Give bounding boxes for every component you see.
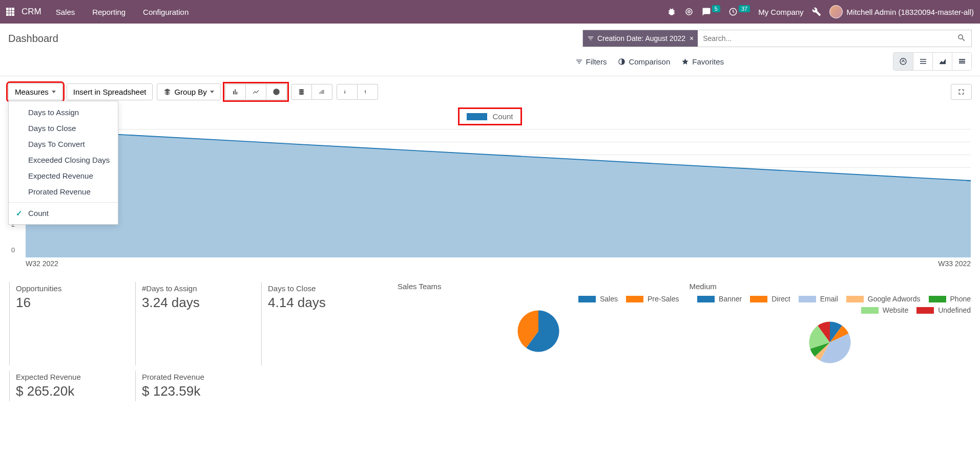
legend-item[interactable]: Google Adwords xyxy=(846,295,921,303)
measure-item[interactable]: Days to Assign xyxy=(9,104,118,120)
check-icon: ✓ xyxy=(16,209,23,218)
search-icon[interactable] xyxy=(952,33,971,44)
view-pivot-button[interactable] xyxy=(952,53,971,70)
kpi-row: Opportunities 16 #Days to Assign 3.24 da… xyxy=(0,277,980,371)
messages-badge: 5 xyxy=(712,5,720,12)
svg-point-0 xyxy=(686,9,692,15)
chart-canvas[interactable]: 02 xyxy=(26,129,971,257)
control-panel: Dashboard Creation Date: August 2022 × F… xyxy=(0,24,980,76)
filters-button[interactable]: Filters xyxy=(575,57,607,66)
chart-legend[interactable]: Count xyxy=(458,107,522,125)
main-menu: Sales Reporting Configuration xyxy=(56,8,204,16)
activities-icon[interactable]: 37 xyxy=(728,7,750,16)
legend-label: Website xyxy=(883,306,908,314)
stacked-button[interactable] xyxy=(291,84,312,100)
chart-options-group xyxy=(291,84,332,100)
kpi-days-assign[interactable]: #Days to Assign 3.24 days xyxy=(135,282,261,365)
measure-item-count[interactable]: ✓Count xyxy=(9,205,118,221)
caret-down-icon xyxy=(210,91,214,93)
legend-swatch xyxy=(697,296,715,302)
legend-item[interactable]: Website xyxy=(861,306,908,314)
brand[interactable]: CRM xyxy=(22,7,41,17)
menu-configuration[interactable]: Configuration xyxy=(143,8,189,16)
group-by-button[interactable]: Group By xyxy=(157,83,220,100)
avatar xyxy=(829,5,843,18)
x-tick-label: W33 2022 xyxy=(938,259,971,268)
legend-swatch xyxy=(467,113,487,120)
filter-icon xyxy=(587,35,594,42)
legend-swatch xyxy=(916,307,934,314)
legend-swatch xyxy=(929,296,946,302)
kpi-row-2: Expected Revenue $ 265.20k Prorated Reve… xyxy=(0,371,980,410)
measure-item[interactable]: Days To Convert xyxy=(9,136,118,152)
legend-item[interactable]: Undefined xyxy=(916,306,971,314)
view-switcher xyxy=(893,52,972,71)
measure-item[interactable]: Exceeded Closing Days xyxy=(9,152,118,168)
legend-label: Pre-Sales xyxy=(648,295,679,303)
pie-chart[interactable] xyxy=(791,319,868,365)
measure-item[interactable]: Days to Close xyxy=(9,120,118,136)
apps-icon[interactable] xyxy=(6,8,14,16)
svg-point-1 xyxy=(688,11,691,13)
menu-sales[interactable]: Sales xyxy=(56,8,75,16)
tools-icon[interactable] xyxy=(812,7,821,16)
legend-item[interactable]: Direct xyxy=(750,295,790,303)
remove-filter-icon[interactable]: × xyxy=(690,34,694,42)
legend-item[interactable]: Email xyxy=(799,295,838,303)
bar-chart-button[interactable] xyxy=(225,84,246,100)
debug-icon[interactable] xyxy=(667,7,676,16)
measures-button[interactable]: Measures xyxy=(8,83,62,100)
search-box: Creation Date: August 2022 × xyxy=(582,30,972,47)
pie-chart-button[interactable] xyxy=(266,84,287,100)
legend-item[interactable]: Phone xyxy=(929,295,971,303)
comparison-button[interactable]: Comparison xyxy=(618,57,670,66)
line-chart-button[interactable] xyxy=(246,84,266,100)
view-graph-button[interactable] xyxy=(932,53,952,70)
support-icon[interactable] xyxy=(684,7,694,16)
measure-item[interactable]: Expected Revenue xyxy=(9,168,118,184)
user-menu[interactable]: Mitchell Admin (18320094-master-all) xyxy=(829,5,974,18)
svg-point-5 xyxy=(299,89,304,91)
view-list-button[interactable] xyxy=(913,53,932,70)
messages-icon[interactable]: 5 xyxy=(702,7,720,16)
legend-swatch xyxy=(626,296,643,302)
legend-label: Sales xyxy=(600,295,618,303)
user-name: Mitchell Admin (18320094-master-all) xyxy=(847,8,974,16)
chart-type-group xyxy=(225,84,287,100)
company-switcher[interactable]: My Company xyxy=(758,8,803,16)
legend-item[interactable]: Pre-Sales xyxy=(626,295,679,303)
sort-group xyxy=(337,84,378,100)
measure-item[interactable]: Prorated Revenue xyxy=(9,184,118,200)
sort-desc-button[interactable] xyxy=(337,84,358,100)
legend-label: Google Adwords xyxy=(868,295,921,303)
legend-item[interactable]: Banner xyxy=(697,295,742,303)
kpi-expected-revenue[interactable]: Expected Revenue $ 265.20k xyxy=(9,371,135,401)
menu-reporting[interactable]: Reporting xyxy=(92,8,126,16)
favorites-button[interactable]: Favorites xyxy=(681,57,724,66)
svg-point-7 xyxy=(299,93,304,95)
search-filter-tag[interactable]: Creation Date: August 2022 × xyxy=(583,30,698,47)
legend-swatch xyxy=(578,296,596,302)
legend-label: Undefined xyxy=(938,306,971,314)
search-tag-label: Creation Date: August 2022 xyxy=(597,34,685,42)
sort-asc-button[interactable] xyxy=(358,84,378,100)
search-input[interactable] xyxy=(698,34,952,42)
legend-label: Count xyxy=(492,112,513,121)
pie-sales-teams: Sales Teams SalesPre-Sales xyxy=(387,282,679,365)
legend-label: Direct xyxy=(772,295,790,303)
top-navbar: CRM Sales Reporting Configuration 5 37 M… xyxy=(0,0,980,24)
cumulative-button[interactable] xyxy=(312,84,332,100)
expand-button[interactable] xyxy=(951,84,972,100)
legend-swatch xyxy=(846,296,864,302)
pie-chart[interactable] xyxy=(500,308,577,354)
kpi-days-close[interactable]: Days to Close 4.14 days xyxy=(261,282,387,365)
legend-item[interactable]: Sales xyxy=(578,295,618,303)
insert-spreadsheet-button[interactable]: Insert in Spreadsheet xyxy=(67,83,153,100)
caret-down-icon xyxy=(52,91,56,93)
kpi-opportunities[interactable]: Opportunities 16 xyxy=(9,282,135,365)
view-dashboard-button[interactable] xyxy=(893,53,913,70)
legend-label: Email xyxy=(820,295,838,303)
kpi-prorated-revenue[interactable]: Prorated Revenue $ 123.59k xyxy=(135,371,261,401)
legend-swatch xyxy=(861,307,879,314)
main-chart: Count 02 W32 2022 W33 2022 xyxy=(0,107,980,277)
